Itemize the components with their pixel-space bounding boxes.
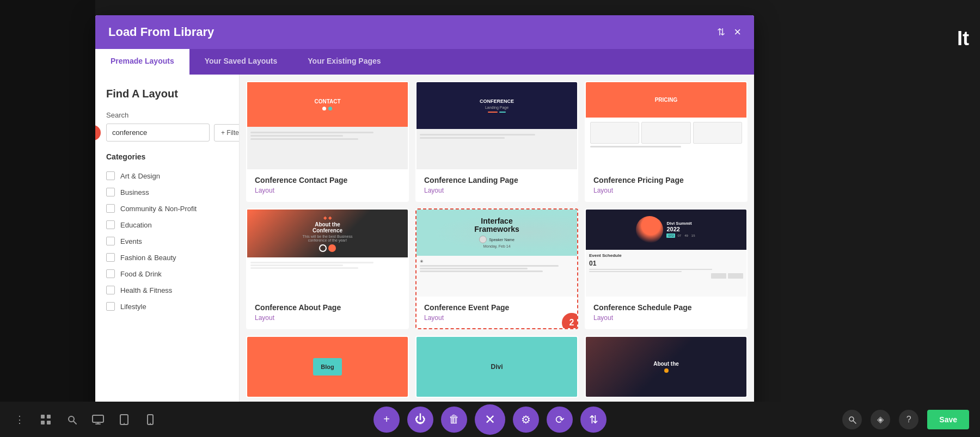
toolbar-right: ◈ ? Save [842,410,969,429]
card-thumbnail-contact: CONTACT [247,82,408,169]
toolbar-power-button[interactable]: ⏻ [407,407,433,433]
card-title-schedule: Conference Schedule Page [593,303,739,312]
category-education[interactable]: Education [106,217,228,233]
card-title-about: Conference About Page [255,303,400,312]
toolbar-add-button[interactable]: + [373,407,400,433]
category-label-fashion-beauty: Fashion & Beauty [120,254,176,262]
category-label-community: Community & Non-Profit [120,205,197,213]
category-checkbox-business[interactable] [106,188,115,196]
tab-premade-layouts[interactable]: Premade Layouts [95,49,189,75]
layout-card-event[interactable]: Interface Frameworks Speaker Name Monday… [415,208,578,329]
card-info-event: Conference Event Page Layout 2 [416,297,577,328]
card-info-schedule: Conference Schedule Page Layout [586,297,746,328]
svg-rect-2 [41,421,45,424]
search-input[interactable] [106,124,210,141]
category-checkbox-community[interactable] [106,204,115,213]
modal-header-actions: ⇅ × [717,26,741,38]
category-community[interactable]: Community & Non-Profit [106,200,228,217]
category-label-health-fitness: Health & Fitness [120,286,172,294]
card-thumbnail-about-alt: About the [586,337,746,397]
toolbar-trash-button[interactable]: 🗑 [441,407,467,433]
sort-icon[interactable]: ⇅ [717,26,725,38]
search-badge: 1 [95,125,101,140]
card-info-pricing: Conference Pricing Page Layout [586,169,746,201]
category-business[interactable]: Business [106,184,228,200]
toolbar-sort-button[interactable]: ⇅ [580,407,607,433]
category-label-business: Business [120,188,149,196]
toolbar-right-search-icon[interactable] [842,410,862,429]
card-subtitle-schedule: Layout [593,314,739,322]
layout-card-blog[interactable]: Blog [246,336,409,398]
category-label-events: Events [120,237,142,245]
toolbar-center: + ⏻ 🗑 ✕ ⚙ ⟳ ⇅ [373,404,607,435]
modal-body: Find A Layout Search 1 + Filter Categori… [95,75,754,421]
category-label-lifestyle: Lifestyle [120,303,146,311]
layout-card-divi[interactable]: Divi [415,336,578,398]
card-info-landing: Conference Landing Page Layout [416,169,577,201]
category-checkbox-events[interactable] [106,237,115,245]
search-label: Search [106,111,228,119]
toolbar-desktop-icon[interactable] [89,411,107,428]
tab-existing-pages[interactable]: Your Existing Pages [292,49,396,75]
toolbar-mobile-icon[interactable] [142,411,159,428]
svg-line-14 [853,421,856,423]
category-lifestyle[interactable]: Lifestyle [106,298,228,315]
layouts-grid: CONTACT [246,81,748,398]
svg-point-10 [124,423,125,424]
category-events[interactable]: Events [106,233,228,249]
svg-rect-1 [47,415,51,418]
layout-card-contact[interactable]: CONTACT [246,81,409,202]
svg-line-5 [74,421,76,424]
save-button[interactable]: Save [927,410,969,429]
background-dark-left [0,0,95,437]
close-button[interactable]: × [734,26,741,38]
content-area[interactable]: CONTACT [240,75,754,421]
svg-rect-6 [93,415,103,422]
svg-rect-3 [47,421,51,424]
svg-rect-0 [41,415,45,418]
layout-card-about-alt[interactable]: About the [585,336,748,398]
card-thumbnail-pricing: PRICING [586,82,746,169]
toolbar-close-button[interactable]: ✕ [475,404,505,435]
category-checkbox-fashion-beauty[interactable] [106,253,115,262]
category-checkbox-education[interactable] [106,220,115,229]
toolbar-help-icon[interactable]: ? [899,410,918,429]
tab-saved-layouts[interactable]: Your Saved Layouts [189,49,293,75]
filter-button[interactable]: + Filter [214,124,240,141]
sidebar-title: Find A Layout [106,88,228,100]
toolbar-tablet-icon[interactable] [115,411,133,428]
category-art-design[interactable]: Art & Design [106,168,228,184]
card-thumbnail-schedule: Divi Summit 2022 072 07 49 15 [586,210,746,297]
card-thumbnail-about: ◆ ◆ About the Conference This will be th… [247,210,408,297]
category-checkbox-health-fitness[interactable] [106,286,115,294]
category-checkbox-art-design[interactable] [106,171,115,180]
card-subtitle-pricing: Layout [593,187,739,194]
layout-card-schedule[interactable]: Divi Summit 2022 072 07 49 15 [585,208,748,329]
categories-title: Categories [106,152,228,161]
category-fashion-beauty[interactable]: Fashion & Beauty [106,249,228,266]
toolbar-menu-icon[interactable]: ⋮ [11,411,28,428]
toolbar-settings-button[interactable]: ⚙ [513,407,539,433]
card-info-contact: Conference Contact Page Layout [247,169,408,201]
card-title-landing: Conference Landing Page [424,176,569,184]
category-checkbox-food-drink[interactable] [106,269,115,278]
toolbar-history-button[interactable]: ⟳ [547,407,573,433]
category-checkbox-lifestyle[interactable] [106,302,115,311]
card-thumbnail-event: Interface Frameworks Speaker Name Monday… [416,210,577,297]
svg-point-12 [150,423,151,424]
category-food-drink[interactable]: Food & Drink [106,266,228,282]
toolbar-layers-icon[interactable]: ◈ [871,410,890,429]
layout-card-about[interactable]: ◆ ◆ About the Conference This will be th… [246,208,409,329]
category-label-art-design: Art & Design [120,172,160,180]
toolbar-grid-icon[interactable] [37,411,54,428]
toolbar-search-icon[interactable] [63,411,81,428]
card-thumbnail-blog: Blog [247,337,408,397]
bottom-toolbar: ⋮ [0,402,980,437]
category-health-fitness[interactable]: Health & Fitness [106,282,228,298]
dark-text-label: It [957,27,969,50]
card-thumbnail-divi: Divi [416,337,577,397]
card-subtitle-about: Layout [255,314,400,322]
modal-header: Load From Library ⇅ × [95,15,754,49]
layout-card-pricing[interactable]: PRICING [585,81,748,202]
layout-card-landing[interactable]: CONFERENCE Landing Page [415,81,578,202]
